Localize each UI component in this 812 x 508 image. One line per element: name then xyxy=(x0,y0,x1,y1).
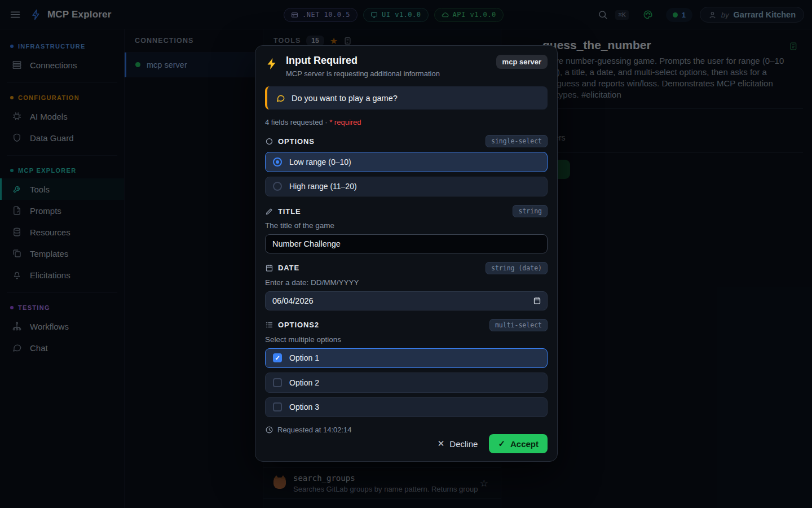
lightning-bolt-icon xyxy=(265,56,279,72)
field-options-label-row: OPTIONS single-select xyxy=(265,135,548,147)
field-date-label-row: DATE string (date) xyxy=(265,262,548,274)
requested-at-row: Requested at 14:02:14 xyxy=(265,426,548,434)
field-type-badge: multi-select xyxy=(489,319,548,331)
radio-circle-icon xyxy=(265,137,273,146)
field-type-badge: string xyxy=(513,205,548,217)
field-label: OPTIONS xyxy=(278,137,315,146)
field-label: TITLE xyxy=(278,207,301,216)
accept-button[interactable]: ✓ Accept xyxy=(489,434,548,453)
checkbox-option-1[interactable]: ✓ Option 1 xyxy=(265,348,548,368)
field-description: Enter a date: DD/MM/YYYY xyxy=(265,278,548,287)
required-note: * required xyxy=(329,118,361,126)
modal-title: Input Required xyxy=(286,55,440,67)
modal-actions: ✕ Decline ✓ Accept xyxy=(265,434,548,453)
input-required-modal: Input Required MCP server is requesting … xyxy=(255,45,558,462)
requested-at-text: Requested at 14:02:14 xyxy=(277,426,352,434)
radio-option-high-range[interactable]: High range (11–20) xyxy=(265,177,548,196)
calendar-icon xyxy=(265,264,273,272)
modal-subtitle: MCP server is requesting additional info… xyxy=(286,69,440,78)
field-label: DATE xyxy=(278,264,299,272)
radio-button[interactable] xyxy=(273,182,282,191)
speech-bubble-icon xyxy=(275,93,285,103)
checklist-icon xyxy=(265,321,273,329)
fields-meta: 4 fields requested · * required xyxy=(265,118,548,126)
checkbox-option-3[interactable]: Option 3 xyxy=(265,397,548,417)
close-icon: ✕ xyxy=(438,439,445,449)
radio-button[interactable] xyxy=(273,157,282,167)
field-type-badge: string (date) xyxy=(486,262,548,274)
field-description: The title of the game xyxy=(265,221,548,230)
pencil-icon xyxy=(265,207,273,216)
checkbox[interactable] xyxy=(273,402,282,411)
field-label: OPTIONS2 xyxy=(278,321,319,329)
field-options2-label-row: OPTIONS2 multi-select xyxy=(265,319,548,331)
elicitation-message: Do you want to play a game? xyxy=(265,86,548,110)
checkbox-option-2[interactable]: Option 2 xyxy=(265,373,548,392)
message-text: Do you want to play a game? xyxy=(292,94,398,103)
checkbox-checked[interactable]: ✓ xyxy=(273,353,282,362)
title-text-input[interactable] xyxy=(265,234,548,253)
radio-option-low-range[interactable]: Low range (0–10) xyxy=(265,152,548,172)
field-title-label-row: TITLE string xyxy=(265,205,548,217)
field-description: Select multiple options xyxy=(265,335,548,344)
date-picker-icon[interactable] xyxy=(533,296,541,305)
modal-header: Input Required MCP server is requesting … xyxy=(265,55,548,78)
clock-icon xyxy=(265,426,273,434)
checkbox[interactable] xyxy=(273,378,282,387)
server-badge: mcp server xyxy=(496,55,548,69)
check-icon: ✓ xyxy=(498,439,505,449)
field-type-badge: single-select xyxy=(486,135,548,147)
date-input[interactable] xyxy=(265,291,548,310)
decline-button[interactable]: ✕ Decline xyxy=(431,434,485,453)
